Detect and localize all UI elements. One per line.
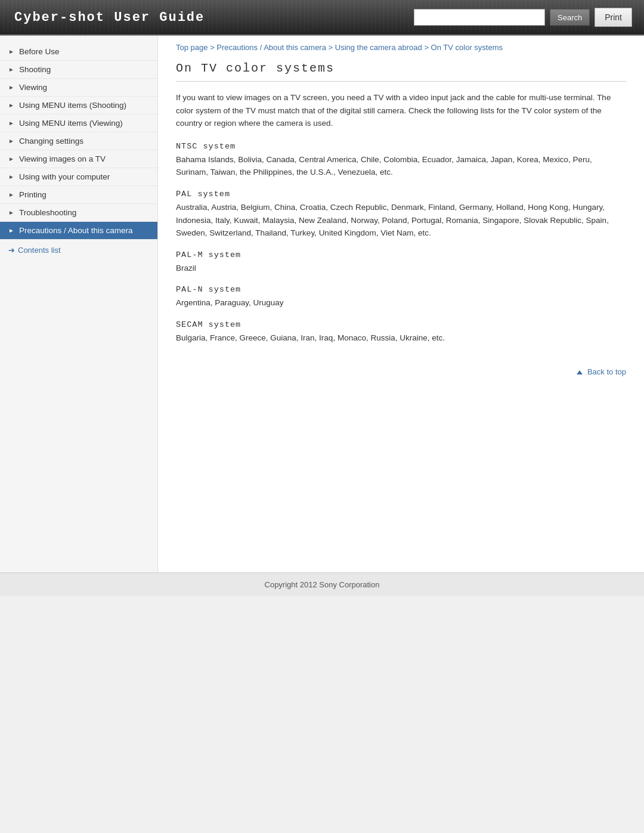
sidebar-item-troubleshooting[interactable]: ► Troubleshooting [0, 204, 157, 222]
content-area: Top page > Precautions / About this came… [158, 36, 644, 572]
sidebar-item-precautions[interactable]: ► Precautions / About this camera [0, 222, 157, 240]
copyright: Copyright 2012 Sony Corporation [265, 580, 380, 589]
arrow-icon: ► [8, 209, 14, 216]
sidebar-item-label: Using with your computer [19, 172, 110, 181]
footer: Copyright 2012 Sony Corporation [0, 572, 644, 596]
sidebar-item-printing[interactable]: ► Printing [0, 186, 157, 204]
arrow-icon: ► [8, 156, 14, 162]
sidebar-item-label: Viewing [19, 83, 47, 92]
sidebar-item-changing-settings[interactable]: ► Changing settings [0, 132, 157, 150]
ntsc-content: Bahama Islands, Bolivia, Canada, Central… [176, 153, 626, 179]
paln-content: Argentina, Paraguay, Uruguay [176, 296, 626, 309]
palm-content: Brazil [176, 262, 626, 275]
sidebar-item-label: Troubleshooting [19, 208, 76, 217]
sidebar-item-label: Using MENU items (Shooting) [19, 101, 126, 110]
triangle-up-icon [577, 370, 583, 374]
sidebar-item-label: Changing settings [19, 137, 83, 145]
breadcrumb-current: On TV color systems [431, 43, 503, 52]
arrow-icon: ► [8, 174, 14, 180]
arrow-icon: ► [8, 48, 14, 55]
sidebar-item-label: Printing [19, 190, 47, 199]
sidebar-item-shooting[interactable]: ► Shooting [0, 61, 157, 79]
intro-text: If you want to view images on a TV scree… [176, 91, 626, 130]
breadcrumb-precautions[interactable]: Precautions [216, 43, 258, 52]
sidebar-item-label: Precautions / About this camera [19, 226, 133, 235]
pal-section: PAL system Australia, Austria, Belgium, … [176, 190, 626, 240]
palm-title: PAL-M system [176, 250, 626, 259]
paln-section: PAL-N system Argentina, Paraguay, Urugua… [176, 285, 626, 309]
arrow-icon: ► [8, 191, 14, 198]
back-to-top[interactable]: Back to top [176, 355, 626, 382]
search-input[interactable] [414, 9, 545, 26]
sidebar: ► Before Use ► Shooting ► Viewing ► Usin… [0, 36, 158, 572]
search-button[interactable]: Search [550, 9, 590, 26]
sidebar-item-menu-shooting[interactable]: ► Using MENU items (Shooting) [0, 97, 157, 114]
sidebar-item-viewing-tv[interactable]: ► Viewing images on a TV [0, 150, 157, 168]
ntsc-section: NTSC system Bahama Islands, Bolivia, Can… [176, 142, 626, 179]
sidebar-item-viewing[interactable]: ► Viewing [0, 79, 157, 97]
secam-section: SECAM system Bulgaria, France, Greece, G… [176, 320, 626, 345]
breadcrumb-sep3: > [329, 43, 335, 52]
sidebar-item-label: Before Use [19, 47, 60, 56]
breadcrumb-sep: > [210, 43, 216, 52]
arrow-icon: ► [8, 66, 14, 73]
site-title: Cyber-shot User Guide [0, 10, 205, 25]
sidebar-item-label: Shooting [19, 65, 51, 74]
header: Cyber-shot User Guide Search Print [0, 0, 644, 36]
sidebar-item-label: Using MENU items (Viewing) [19, 119, 123, 128]
arrow-icon: ► [8, 138, 14, 144]
arrow-icon: ► [8, 227, 14, 234]
main-container: ► Before Use ► Shooting ► Viewing ► Usin… [0, 36, 644, 572]
sidebar-item-before-use[interactable]: ► Before Use [0, 43, 157, 61]
print-button[interactable]: Print [595, 8, 632, 27]
back-to-top-label: Back to top [587, 367, 626, 376]
sidebar-item-menu-viewing[interactable]: ► Using MENU items (Viewing) [0, 114, 157, 132]
arrow-icon: ► [8, 84, 14, 91]
secam-content: Bulgaria, France, Greece, Guiana, Iran, … [176, 332, 626, 345]
ntsc-title: NTSC system [176, 142, 626, 151]
breadcrumb: Top page > Precautions / About this came… [176, 36, 626, 61]
arrow-icon: ► [8, 120, 14, 126]
palm-section: PAL-M system Brazil [176, 250, 626, 275]
breadcrumb-abroad[interactable]: Using the camera abroad [335, 43, 422, 52]
secam-title: SECAM system [176, 320, 626, 329]
header-controls: Search Print [414, 8, 644, 27]
sidebar-item-label: Viewing images on a TV [19, 154, 106, 163]
pal-title: PAL system [176, 190, 626, 199]
arrow-right-icon: ➔ [8, 246, 15, 255]
back-to-top-link[interactable]: Back to top [577, 367, 626, 376]
page-title: On TV color systems [176, 61, 626, 82]
paln-title: PAL-N system [176, 285, 626, 294]
sidebar-item-computer[interactable]: ► Using with your computer [0, 168, 157, 186]
arrow-icon: ► [8, 102, 14, 109]
breadcrumb-top[interactable]: Top page [176, 43, 208, 52]
breadcrumb-about[interactable]: About this camera [264, 43, 326, 52]
pal-content: Australia, Austria, Belgium, China, Croa… [176, 201, 626, 240]
contents-list-link[interactable]: ➔ Contents list [0, 240, 157, 261]
breadcrumb-sep4: > [424, 43, 431, 52]
contents-list-label: Contents list [18, 246, 61, 255]
